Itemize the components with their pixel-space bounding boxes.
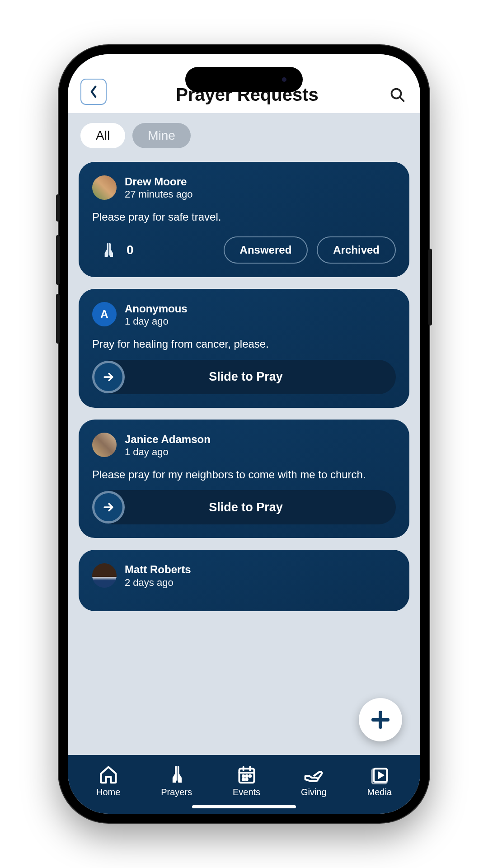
nav-label: Giving bbox=[301, 787, 327, 797]
side-button bbox=[56, 194, 60, 222]
volume-up-button bbox=[56, 235, 60, 285]
phone-frame: Prayer Requests All Mine Drew Moore 27 m… bbox=[59, 45, 429, 823]
author-name: Matt Roberts bbox=[125, 562, 191, 576]
arrow-right-icon bbox=[102, 500, 115, 514]
svg-point-7 bbox=[246, 778, 248, 780]
add-request-button[interactable] bbox=[359, 698, 402, 741]
slide-track: Slide to Pray bbox=[96, 490, 396, 524]
post-time: 2 days ago bbox=[125, 577, 191, 589]
pray-counter[interactable]: 0 bbox=[99, 241, 134, 259]
media-icon bbox=[370, 764, 389, 784]
nav-label: Prayers bbox=[161, 787, 192, 797]
prayer-request-card[interactable]: Matt Roberts 2 days ago bbox=[79, 550, 409, 611]
nav-home[interactable]: Home bbox=[96, 764, 120, 797]
request-text: Pray for healing from cancer, please. bbox=[92, 336, 396, 352]
pray-count-value: 0 bbox=[127, 243, 134, 257]
nav-events[interactable]: Events bbox=[233, 764, 260, 797]
avatar bbox=[92, 433, 117, 457]
search-icon bbox=[389, 87, 406, 103]
back-button[interactable] bbox=[80, 79, 107, 105]
praying-hands-icon bbox=[167, 764, 187, 784]
plus-icon bbox=[370, 709, 391, 731]
slide-to-pray[interactable]: Slide to Pray bbox=[92, 360, 396, 394]
tab-mine[interactable]: Mine bbox=[132, 123, 191, 148]
dynamic-island bbox=[185, 67, 303, 92]
post-time: 27 minutes ago bbox=[125, 189, 192, 200]
nav-media[interactable]: Media bbox=[367, 764, 392, 797]
nav-label: Events bbox=[233, 787, 260, 797]
slide-label: Slide to Pray bbox=[209, 500, 283, 514]
avatar: A bbox=[92, 302, 117, 326]
slide-track: Slide to Pray bbox=[96, 360, 396, 394]
slide-thumb[interactable] bbox=[92, 491, 125, 524]
home-indicator[interactable] bbox=[192, 805, 296, 808]
nav-prayers[interactable]: Prayers bbox=[161, 764, 192, 797]
card-header: A Anonymous 1 day ago bbox=[92, 302, 396, 327]
author-name: Anonymous bbox=[125, 302, 188, 316]
screen: Prayer Requests All Mine Drew Moore 27 m… bbox=[68, 54, 420, 814]
post-time: 1 day ago bbox=[125, 316, 188, 327]
prayer-request-card[interactable]: Drew Moore 27 minutes ago Please pray fo… bbox=[79, 162, 409, 277]
filter-tabs: All Mine bbox=[68, 113, 420, 153]
search-button[interactable] bbox=[388, 85, 408, 105]
svg-point-4 bbox=[246, 775, 248, 777]
card-header: Drew Moore 27 minutes ago bbox=[92, 175, 396, 200]
nav-giving[interactable]: Giving bbox=[301, 764, 327, 797]
avatar-initial: A bbox=[100, 308, 108, 321]
slide-to-pray[interactable]: Slide to Pray bbox=[92, 490, 396, 524]
post-time: 1 day ago bbox=[125, 446, 211, 458]
svg-point-3 bbox=[242, 775, 244, 777]
tab-all[interactable]: All bbox=[80, 123, 125, 148]
request-text: Please pray for safe travel. bbox=[92, 209, 396, 225]
request-text: Please pray for my neighbors to come wit… bbox=[92, 467, 396, 482]
avatar bbox=[92, 563, 117, 588]
volume-down-button bbox=[56, 294, 60, 344]
giving-hand-icon bbox=[304, 764, 324, 784]
card-header: Matt Roberts 2 days ago bbox=[92, 562, 396, 588]
avatar bbox=[92, 175, 117, 200]
praying-hands-icon bbox=[99, 241, 117, 259]
svg-line-1 bbox=[400, 97, 404, 101]
home-icon bbox=[99, 764, 118, 784]
author-name: Drew Moore bbox=[125, 175, 192, 189]
nav-label: Media bbox=[367, 787, 392, 797]
author-name: Janice Adamson bbox=[125, 432, 211, 446]
chevron-left-icon bbox=[89, 85, 98, 98]
arrow-right-icon bbox=[102, 370, 115, 384]
nav-label: Home bbox=[96, 787, 120, 797]
svg-point-5 bbox=[249, 775, 251, 777]
calendar-icon bbox=[237, 764, 257, 784]
requests-list[interactable]: Drew Moore 27 minutes ago Please pray fo… bbox=[68, 153, 420, 795]
archived-button[interactable]: Archived bbox=[317, 236, 396, 264]
power-button bbox=[428, 249, 432, 326]
prayer-request-card[interactable]: Janice Adamson 1 day ago Please pray for… bbox=[79, 420, 409, 538]
prayer-request-card[interactable]: A Anonymous 1 day ago Pray for healing f… bbox=[79, 289, 409, 408]
svg-point-6 bbox=[242, 778, 244, 780]
card-actions: 0 Answered Archived bbox=[92, 236, 396, 264]
slide-thumb[interactable] bbox=[92, 361, 125, 393]
slide-label: Slide to Pray bbox=[209, 370, 283, 384]
answered-button[interactable]: Answered bbox=[224, 236, 308, 264]
card-header: Janice Adamson 1 day ago bbox=[92, 432, 396, 458]
